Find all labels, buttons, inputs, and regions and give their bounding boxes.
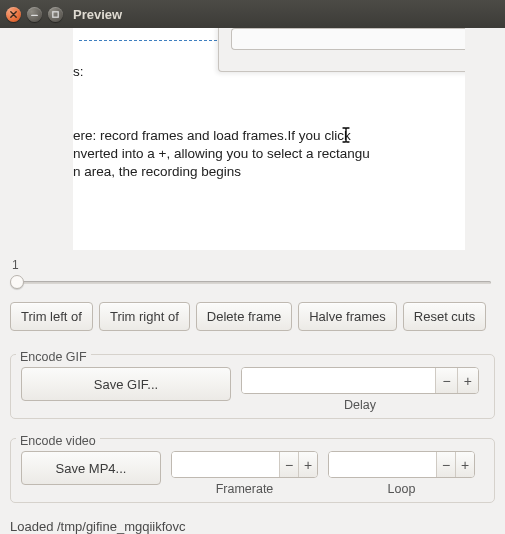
delay-spinbox[interactable]: − + bbox=[241, 367, 479, 394]
plus-icon: + bbox=[464, 373, 472, 389]
save-gif-button[interactable]: Save GIF... bbox=[21, 367, 231, 401]
encode-video-label: Encode video bbox=[16, 434, 100, 448]
text-cursor-icon bbox=[339, 127, 353, 143]
delay-increment-button[interactable]: + bbox=[457, 368, 478, 393]
slider-track bbox=[14, 281, 491, 284]
minimize-button[interactable] bbox=[27, 7, 42, 22]
delay-input[interactable] bbox=[242, 368, 435, 393]
maximize-button[interactable] bbox=[48, 7, 63, 22]
slider-thumb[interactable] bbox=[10, 275, 24, 289]
minus-icon: − bbox=[443, 373, 451, 389]
minus-icon: − bbox=[442, 457, 450, 473]
window-controls bbox=[6, 7, 63, 22]
minus-icon: − bbox=[285, 457, 293, 473]
delay-decrement-button[interactable]: − bbox=[435, 368, 456, 393]
framerate-increment-button[interactable]: + bbox=[298, 452, 317, 477]
frame-slider[interactable] bbox=[10, 274, 495, 290]
delay-label: Delay bbox=[344, 398, 376, 412]
preview-text-line: ere: record frames and load frames.If yo… bbox=[73, 128, 354, 143]
plus-icon: + bbox=[461, 457, 469, 473]
edit-button-row: Trim left of Trim right of Delete frame … bbox=[0, 290, 505, 337]
loop-decrement-button[interactable]: − bbox=[436, 452, 455, 477]
preview-text-line: n area, the recording begins bbox=[73, 164, 241, 179]
embedded-window-fragment bbox=[218, 28, 465, 72]
svg-rect-0 bbox=[53, 11, 58, 16]
trim-right-button[interactable]: Trim right of bbox=[99, 302, 190, 331]
loop-label: Loop bbox=[388, 482, 416, 496]
framerate-spinbox[interactable]: − + bbox=[171, 451, 318, 478]
selection-dashed-line bbox=[79, 40, 227, 41]
preview-text-line: s: bbox=[73, 64, 84, 79]
save-mp4-button[interactable]: Save MP4... bbox=[21, 451, 161, 485]
trim-left-button[interactable]: Trim left of bbox=[10, 302, 93, 331]
encode-gif-label: Encode GIF bbox=[16, 350, 91, 364]
loop-input[interactable] bbox=[329, 452, 436, 477]
framerate-label: Framerate bbox=[216, 482, 274, 496]
preview-pane: s: ere: record frames and load frames.If… bbox=[73, 28, 465, 250]
loop-increment-button[interactable]: + bbox=[455, 452, 474, 477]
framerate-decrement-button[interactable]: − bbox=[279, 452, 298, 477]
window-title: Preview bbox=[73, 7, 122, 22]
reset-cuts-button[interactable]: Reset cuts bbox=[403, 302, 486, 331]
close-button[interactable] bbox=[6, 7, 21, 22]
framerate-input[interactable] bbox=[172, 452, 279, 477]
status-bar: Loaded /tmp/gifine_mgqiikfovc bbox=[0, 509, 505, 534]
loop-spinbox[interactable]: − + bbox=[328, 451, 475, 478]
delete-frame-button[interactable]: Delete frame bbox=[196, 302, 292, 331]
encode-video-group: Encode video Save MP4... − + Framerate − bbox=[10, 425, 495, 503]
frame-slider-value: 1 bbox=[12, 258, 495, 272]
encode-gif-group: Encode GIF Save GIF... − + Delay bbox=[10, 341, 495, 419]
titlebar: Preview bbox=[0, 0, 505, 28]
preview-text-line: nverted into a +, allowing you to select… bbox=[73, 146, 370, 161]
halve-frames-button[interactable]: Halve frames bbox=[298, 302, 397, 331]
plus-icon: + bbox=[304, 457, 312, 473]
